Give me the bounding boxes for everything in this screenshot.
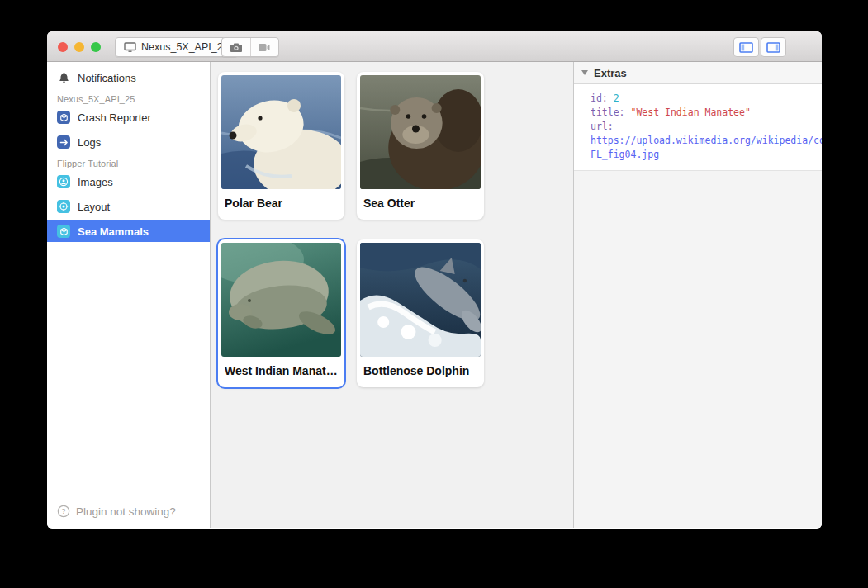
card-west-indian-manatee[interactable]: West Indian Manatee (218, 239, 344, 387)
json-key: url: (591, 121, 614, 132)
card-title: West Indian Manatee (218, 357, 344, 387)
capture-button-group (221, 37, 279, 57)
user-circle-icon (57, 175, 70, 188)
sidebar-item-label: Layout (78, 201, 110, 213)
bell-icon (57, 71, 70, 84)
extras-row-url-key: url: (591, 120, 822, 134)
sidebar-item-sea-mammals[interactable]: Sea Mammals (47, 220, 210, 242)
json-url-value: https://upload.wikimedia.org/wikipedia/c… (591, 135, 822, 146)
sidebar-item-crash-reporter[interactable]: Crash Reporter (47, 107, 210, 128)
json-string-value: "West Indian Manatee" (630, 107, 750, 118)
monitor-icon (124, 42, 136, 53)
sidebar-item-notifications[interactable]: Notifications (47, 67, 210, 88)
json-key: title: (591, 107, 625, 118)
close-window-button[interactable] (58, 42, 68, 52)
chevron-down-icon (581, 70, 588, 75)
device-name: Nexus_5X_API_25 (141, 41, 229, 53)
extras-row-id: id: 2 (591, 92, 822, 106)
extras-section-header[interactable]: Extras (574, 62, 822, 84)
sidebar-item-label: Notifications (78, 72, 136, 84)
zoom-window-button[interactable] (91, 42, 101, 52)
title-bar: Nexus_5X_API_25 (47, 31, 822, 62)
device-selector-button[interactable]: Nexus_5X_API_25 (115, 37, 238, 57)
toggle-left-sidebar-button[interactable] (733, 37, 759, 57)
sidebar-item-images[interactable]: Images (47, 171, 210, 192)
sidebar-item-label: Crash Reporter (78, 111, 151, 124)
sidebar-item-layout[interactable]: Layout (47, 196, 210, 217)
sea-mammals-plugin-content: Polar Bear (211, 62, 574, 528)
extras-header-label: Extras (594, 67, 627, 79)
json-url-value: FL_fig04.jpg (591, 149, 659, 160)
minimize-window-button[interactable] (74, 42, 84, 52)
card-title: Polar Bear (218, 189, 344, 220)
plugin-sidebar: Notifications Nexus_5X_API_25 Crash Repo… (47, 62, 211, 528)
cube-icon (57, 111, 70, 124)
sea-otter-image (357, 72, 484, 189)
desktop-background: Nexus_5X_API_25 (0, 0, 868, 588)
target-icon (57, 200, 70, 213)
json-number-value: 2 (614, 92, 619, 104)
extras-row-url-value[interactable]: https://upload.wikimedia.org/wikipedia/c… (591, 134, 822, 148)
json-key: id: (591, 92, 608, 104)
camera-icon (230, 42, 243, 53)
sidebar-item-logs[interactable]: Logs (47, 131, 210, 153)
details-panel: Extras id: 2 title: "West Indian Manatee… (574, 62, 822, 528)
sidebar-item-label: Sea Mammals (78, 225, 149, 238)
screen-record-button[interactable] (250, 38, 279, 56)
plugin-help-link[interactable]: ? Plugin not showing? (47, 495, 186, 528)
device-section-label: Nexus_5X_API_25 (57, 94, 210, 104)
extras-row-title: title: "West Indian Manatee" (591, 106, 822, 120)
video-camera-icon (258, 43, 271, 52)
sidebar-item-label: Logs (78, 136, 101, 149)
screenshot-button[interactable] (222, 38, 250, 56)
arrow-right-icon (57, 135, 70, 149)
question-circle-icon: ? (57, 505, 70, 518)
card-sea-otter[interactable]: Sea Otter (357, 72, 484, 220)
card-bottlenose-dolphin[interactable]: Bottlenose Dolphin (357, 239, 484, 387)
cube-icon (57, 225, 70, 238)
card-title: Bottlenose Dolphin (357, 357, 484, 387)
toggle-right-sidebar-button[interactable] (761, 37, 786, 57)
panel-right-icon (766, 42, 780, 53)
plugin-help-label: Plugin not showing? (76, 505, 176, 518)
mammal-card-grid: Polar Bear (218, 72, 484, 387)
sidebar-item-label: Images (78, 176, 113, 188)
extras-row-url-value[interactable]: FL_fig04.jpg (591, 148, 822, 162)
west-indian-manatee-image (218, 239, 344, 357)
card-polar-bear[interactable]: Polar Bear (218, 72, 344, 220)
traffic-lights (58, 42, 101, 52)
details-panel-empty-area (574, 170, 822, 528)
bottlenose-dolphin-image (357, 239, 484, 357)
flipper-window: Nexus_5X_API_25 (47, 31, 822, 529)
svg-text:?: ? (62, 507, 66, 515)
card-title: Sea Otter (357, 189, 484, 220)
polar-bear-image (218, 72, 344, 189)
extras-data-inspector: id: 2 title: "West Indian Manatee" url: … (574, 84, 822, 170)
tutorial-section-label: Flipper Tutorial (57, 159, 210, 168)
panel-left-icon (739, 42, 753, 53)
